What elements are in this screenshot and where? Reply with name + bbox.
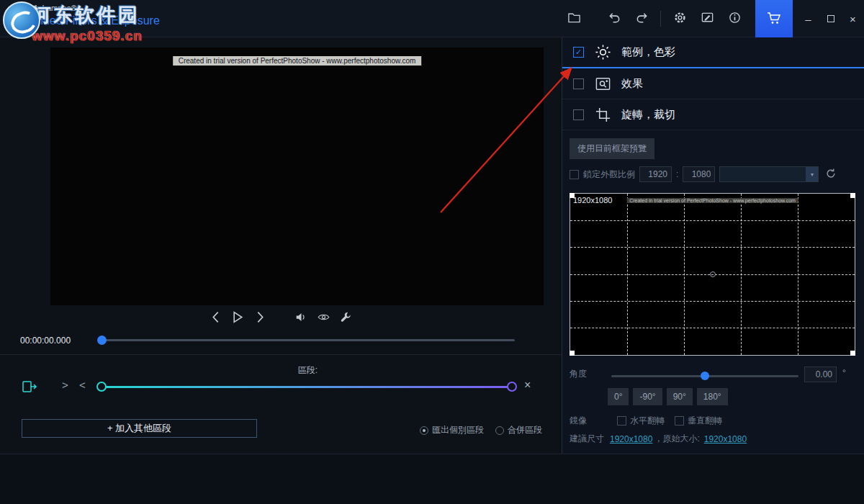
rotate-0-button[interactable]: 0° [608, 388, 629, 405]
volume-button[interactable] [295, 311, 307, 325]
maximize-button[interactable] [819, 0, 842, 37]
size-row: 建議尺寸 1920x1080 ，原始大小: 1920x1080 [570, 433, 747, 445]
undo-icon [608, 11, 621, 27]
section-exposure-color[interactable]: ✓ 範例，色彩 [562, 37, 864, 68]
gear-icon [673, 11, 687, 27]
angle-preset-buttons: 0° -90° 90° 180° [608, 388, 728, 405]
checkbox-effects[interactable] [573, 78, 584, 89]
app-title: Video Filters & Exposure [33, 14, 160, 28]
info-button[interactable] [721, 5, 748, 32]
segment-label: 區段: [101, 364, 515, 377]
chevron-down-icon: ▼ [806, 167, 818, 181]
add-segment-button[interactable]: + 加入其他區段 [22, 419, 257, 438]
feedback-note-icon [701, 11, 714, 27]
timeline-playhead[interactable] [97, 336, 107, 345]
use-current-frame-button[interactable]: 使用目前框架預覽 [570, 138, 654, 159]
segment-start-handle[interactable] [96, 382, 107, 392]
segment-remove-button[interactable]: × [524, 379, 531, 391]
checkbox-exposure-color[interactable]: ✓ [573, 47, 584, 58]
chevron-left-icon [210, 311, 222, 325]
checkbox-flip-horizontal[interactable] [617, 416, 626, 426]
next-frame-button[interactable] [254, 311, 266, 325]
original-size-link[interactable]: 1920x1080 [704, 434, 747, 444]
rotate-neg90-button[interactable]: -90° [633, 388, 662, 405]
play-icon [232, 311, 244, 325]
shopping-cart-icon [766, 11, 782, 27]
crop-handle-top-left[interactable] [570, 193, 575, 198]
buy-button[interactable] [755, 0, 793, 37]
original-size-label: ，原始大小: [654, 433, 699, 445]
effects-icon [593, 74, 612, 93]
compare-view-button[interactable] [318, 311, 330, 325]
aspect-height-input[interactable] [683, 166, 715, 182]
trial-banner: Created in trial version of PerfectPhoto… [173, 56, 422, 66]
radio-merge-segments[interactable] [495, 426, 504, 435]
lock-aspect-label: 鎖定外觀比例 [583, 168, 635, 181]
section-exposure-color-label: 範例，色彩 [621, 45, 675, 59]
radio-merge-segments-label: 合併區段 [508, 424, 542, 436]
angle-value-input[interactable] [804, 366, 837, 382]
crop-center-handle[interactable] [710, 271, 716, 277]
previous-frame-button[interactable] [210, 311, 222, 325]
reset-icon [825, 171, 837, 181]
segment-export-button[interactable] [22, 379, 37, 396]
redo-button[interactable] [628, 5, 655, 32]
section-rotate-crop-label: 旋轉，裁切 [621, 108, 675, 122]
crop-handle-bottom-left[interactable] [570, 351, 575, 356]
crop-handle-bottom-right[interactable] [850, 351, 855, 356]
settings-button[interactable] [666, 5, 693, 32]
crop-size-label: 1920x1080 [573, 196, 612, 204]
crop-preview[interactable]: 1920x1080 Created in trial version of Pe… [570, 193, 855, 356]
segment-range-track[interactable] [101, 386, 513, 388]
section-divider [0, 354, 562, 355]
rotate-180-button[interactable]: 180° [697, 388, 728, 405]
degree-symbol: ° [842, 368, 846, 378]
aspect-preset-dropdown[interactable]: ▼ [719, 166, 819, 182]
app-brand: Ashampoo® Video Filters & Exposure [33, 4, 160, 28]
reset-crop-button[interactable] [825, 168, 837, 181]
angle-label: 角度 [570, 368, 587, 380]
playback-controls [0, 311, 562, 325]
tools-button[interactable] [340, 311, 352, 325]
app-window: Ashampoo® Video Filters & Exposure [0, 0, 864, 504]
eye-icon [318, 311, 330, 325]
aspect-colon: : [676, 169, 678, 179]
radio-export-individual[interactable] [420, 426, 428, 435]
minimize-button[interactable]: – [797, 0, 819, 37]
crop-handle-top-right[interactable] [850, 193, 855, 198]
segment-end-handle[interactable] [507, 382, 517, 392]
titlebar-separator [660, 11, 661, 27]
grid-line [570, 301, 855, 302]
open-file-button[interactable] [560, 5, 588, 32]
maximize-icon [827, 15, 834, 22]
aspect-width-input[interactable] [639, 166, 672, 182]
folder-icon [567, 11, 581, 27]
radio-export-individual-label: 匯出個別區段 [432, 424, 484, 436]
play-button[interactable] [232, 311, 244, 325]
close-button[interactable]: × [842, 0, 864, 37]
suggested-size-label: 建議尺寸 [570, 433, 604, 445]
segment-zoom-in-button[interactable]: > [62, 379, 68, 390]
wrench-icon [340, 311, 352, 325]
segment-export-icon [22, 385, 37, 396]
section-effects[interactable]: 效果 [562, 68, 864, 99]
segment-zoom-out-button[interactable]: < [79, 379, 86, 390]
rotate-90-button[interactable]: 90° [667, 388, 693, 405]
angle-slider-handle[interactable] [701, 372, 709, 380]
checkbox-rotate-crop[interactable] [573, 109, 584, 120]
brand-name: Ashampoo® [33, 4, 160, 14]
feedback-button[interactable] [693, 5, 721, 32]
section-rotate-crop[interactable]: 旋轉，裁切 [562, 99, 864, 130]
mirror-label: 鏡像 [570, 415, 587, 427]
suggested-size-link[interactable]: 1920x1080 [610, 434, 652, 444]
info-icon [728, 11, 742, 27]
timeline-track[interactable] [101, 339, 515, 341]
crop-trial-text: Created in trial version of PerfectPhoto… [626, 198, 798, 203]
check-icon: ✓ [575, 48, 582, 57]
undo-button[interactable] [600, 5, 628, 32]
checkbox-flip-vertical[interactable] [675, 416, 684, 426]
aspect-ratio-row: 鎖定外觀比例 : ▼ [570, 166, 837, 182]
titlebar: Ashampoo® Video Filters & Exposure [0, 0, 864, 37]
timeline-timestamp: 00:00:00.000 [20, 336, 71, 346]
checkbox-lock-aspect[interactable] [570, 170, 579, 179]
